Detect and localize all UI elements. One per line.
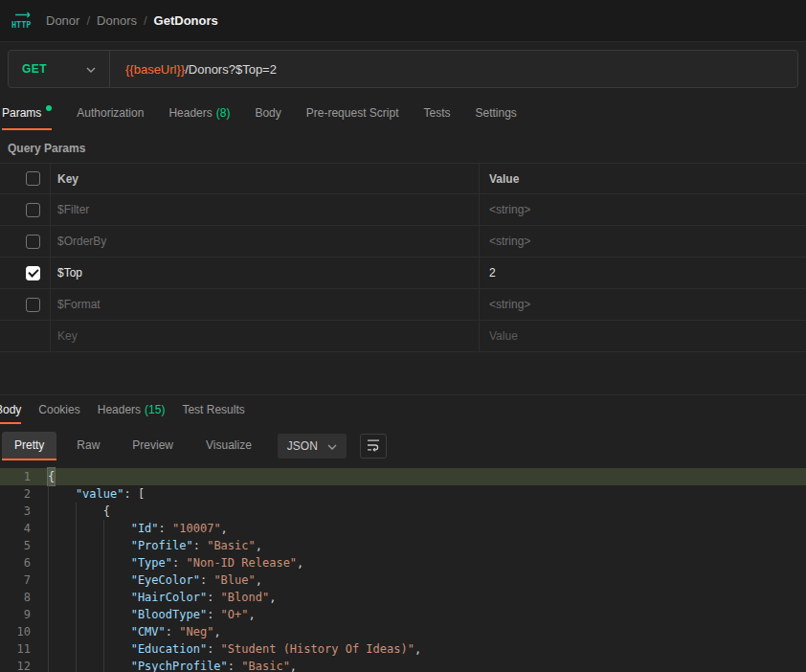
response-tab-cookies[interactable]: Cookies (38, 396, 79, 424)
code-line: 5"Profile": "Basic", (0, 537, 806, 554)
param-checkbox[interactable] (26, 266, 40, 280)
response-tab-body[interactable]: Body (0, 396, 21, 424)
svg-text:HTTP: HTTP (11, 19, 31, 29)
code-token: "O+" (221, 606, 249, 623)
code-token: : (207, 640, 220, 658)
param-checkbox[interactable] (26, 203, 40, 217)
view-tab-preview[interactable]: Preview (120, 432, 186, 460)
indent-guide (76, 537, 103, 554)
param-key[interactable]: $OrderBy (50, 226, 479, 257)
tab-label: Headers (168, 106, 212, 120)
chevron-down-icon (327, 439, 337, 453)
query-param-row: KeyValue (0, 321, 806, 352)
code-token: "Blue" (213, 571, 255, 589)
line-number: 6 (0, 554, 31, 571)
response-tab-test-results[interactable]: Test Results (182, 396, 244, 424)
indent-guide (103, 554, 131, 571)
line-number: 11 (0, 640, 31, 658)
select-all-checkbox[interactable] (26, 171, 40, 186)
url-path: /Donors?$Top=2 (185, 62, 277, 77)
breadcrumb-separator: / (144, 13, 147, 28)
indent-guide (103, 623, 131, 640)
line-content: { (48, 503, 110, 520)
code-line: 10"CMV": "Neg", (0, 623, 806, 640)
param-value[interactable]: <string> (479, 194, 806, 225)
tab-label: Visualize (206, 438, 252, 452)
tab-label: Cookies (38, 403, 79, 416)
response-view-tabs: PrettyRawPreviewVisualize (2, 432, 264, 460)
query-param-row: $Top2 (0, 258, 806, 289)
param-key[interactable]: Key (50, 321, 479, 351)
tab-label: Authorization (77, 106, 144, 120)
view-tab-visualize[interactable]: Visualize (193, 432, 264, 460)
view-tab-raw[interactable]: Raw (64, 432, 112, 460)
code-line: 3{ (0, 503, 806, 520)
code-token: "PsychProfile" (131, 658, 228, 672)
indent-guide (48, 640, 76, 658)
indent-guide (48, 658, 76, 672)
request-tab-params[interactable]: Params (2, 98, 52, 130)
wrap-text-button[interactable] (360, 434, 387, 459)
param-checkbox-cell (0, 321, 50, 351)
indent-guide (76, 606, 103, 623)
breadcrumb-item[interactable]: GetDonors (154, 13, 218, 28)
code-token: , (256, 571, 262, 589)
code-token: : (207, 606, 220, 623)
request-tab-headers[interactable]: Headers(8) (168, 98, 230, 130)
indent-guide (48, 485, 76, 503)
code-token: : (193, 537, 207, 554)
param-value[interactable]: 2 (479, 258, 806, 288)
param-key[interactable]: $Top (50, 258, 479, 288)
request-tab-pre-request-script[interactable]: Pre-request Script (306, 98, 399, 130)
tab-label: Raw (77, 438, 100, 452)
param-key[interactable]: $Format (50, 289, 479, 320)
param-value[interactable]: <string> (479, 226, 806, 257)
line-number: 8 (0, 589, 31, 606)
line-content: "Type": "Non-ID Release", (48, 554, 303, 571)
code-token: "Basic" (241, 658, 290, 672)
line-content: "CMV": "Neg", (48, 623, 221, 640)
format-dropdown[interactable]: JSON (278, 434, 347, 459)
indent-guide (103, 537, 131, 554)
code-token: : [ (123, 485, 145, 503)
header-checkbox-cell (0, 164, 50, 193)
code-token: "EyeColor" (131, 571, 200, 589)
indent-guide (103, 658, 131, 672)
method-dropdown[interactable]: GET (9, 51, 110, 87)
url-input[interactable]: {{baseUrl}}/Donors?$Top=2 (110, 51, 797, 87)
request-tab-authorization[interactable]: Authorization (77, 98, 144, 130)
indent-guide (48, 571, 76, 589)
response-body-code[interactable]: 1{2"value": [3{4"Id": "10007",5"Profile"… (0, 468, 806, 672)
param-value[interactable]: <string> (479, 289, 806, 320)
request-tab-tests[interactable]: Tests (423, 98, 450, 130)
request-tab-body[interactable]: Body (255, 98, 280, 130)
code-token: "Basic" (207, 537, 256, 554)
param-value[interactable]: Value (479, 321, 806, 351)
code-token: "Student (History Of Ideas)" (221, 640, 414, 658)
param-checkbox[interactable] (26, 235, 40, 249)
breadcrumb-item[interactable]: Donors (97, 13, 137, 28)
code-token: , (221, 520, 228, 537)
code-line: 11"Education": "Student (History Of Idea… (0, 640, 806, 658)
line-number: 9 (0, 606, 31, 623)
breadcrumb-separator: / (86, 13, 90, 28)
code-token: "Profile" (131, 537, 193, 554)
breadcrumb-item[interactable]: Donor (46, 13, 79, 28)
code-line: 7"EyeColor": "Blue", (0, 571, 806, 589)
line-content: "BloodType": "O+", (48, 606, 256, 623)
http-request-icon: HTTP (11, 11, 36, 32)
code-token: "Id" (131, 520, 159, 537)
code-token: "Blond" (221, 589, 270, 606)
request-tab-settings[interactable]: Settings (476, 98, 517, 130)
code-line: 1{ (0, 468, 806, 485)
indent-guide (48, 606, 76, 623)
param-key[interactable]: $Filter (50, 194, 479, 225)
code-token: , (414, 640, 421, 658)
response-tab-headers[interactable]: Headers(15) (98, 396, 166, 424)
request-tabs: ParamsAuthorizationHeaders(8)BodyPre-req… (0, 98, 806, 130)
code-token: : (228, 658, 241, 672)
code-token: "Education" (131, 640, 207, 658)
view-tab-pretty[interactable]: Pretty (2, 432, 56, 460)
code-token: , (290, 658, 297, 672)
param-checkbox[interactable] (26, 298, 40, 312)
